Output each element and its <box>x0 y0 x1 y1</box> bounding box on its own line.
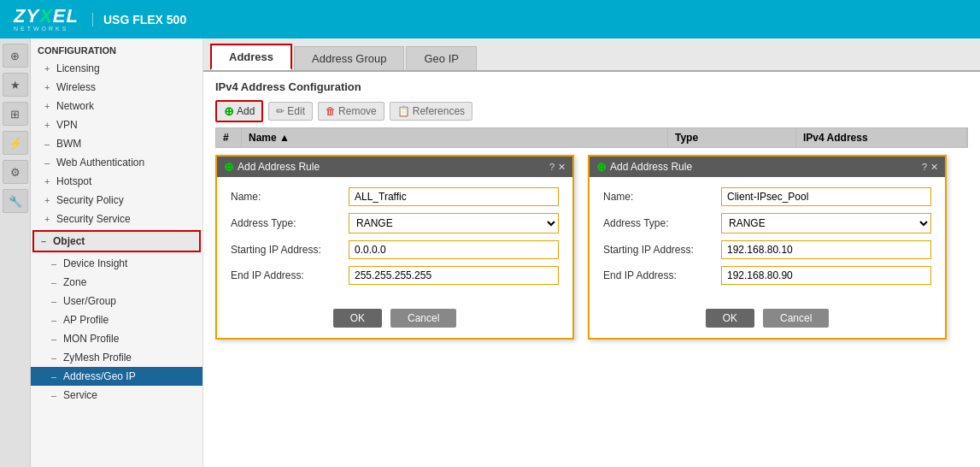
prefix: – <box>51 371 60 381</box>
tab-geo-ip[interactable]: Geo IP <box>406 46 476 70</box>
prefix: – <box>51 390 60 400</box>
sidebar-label: User/Group <box>63 295 116 307</box>
cancel-button-1[interactable]: Cancel <box>390 309 456 328</box>
sidebar-label: Security Service <box>56 213 131 225</box>
sidebar-label: Security Policy <box>56 194 124 206</box>
nav-icon-5[interactable]: ⚙ <box>3 160 28 184</box>
close-icon[interactable]: ✕ <box>558 162 566 173</box>
nav-column: CONFIGURATION + Licensing + Wireless + N… <box>31 38 202 467</box>
starting-ip-label-1: Starting IP Address: <box>231 244 342 256</box>
prefix: + <box>44 195 53 205</box>
sidebar-item-bwm[interactable]: – BWM <box>31 134 202 153</box>
address-type-select-1[interactable]: RANGE <box>349 213 559 234</box>
nav-icon-6[interactable]: 🔧 <box>3 189 28 213</box>
prefix: – <box>51 315 60 325</box>
prefix: + <box>44 176 53 186</box>
nav-icon-2[interactable]: ★ <box>3 73 28 97</box>
sidebar-item-ap-profile[interactable]: – AP Profile <box>31 310 202 329</box>
prefix: – <box>51 277 60 287</box>
sidebar-item-address-geo-ip[interactable]: – Address/Geo IP <box>31 367 202 386</box>
tab-address-group[interactable]: Address Group <box>294 46 404 70</box>
dialog-2-header: ⊕ Add Address Rule ? ✕ <box>590 157 945 177</box>
main-content: Address Address Group Geo IP IPv4 Addres… <box>203 38 980 467</box>
sidebar-item-hotspot[interactable]: + Hotspot <box>31 172 202 191</box>
sidebar-label: BWM <box>56 138 81 150</box>
references-button[interactable]: 📋 References <box>390 102 472 121</box>
sidebar-item-network[interactable]: + Network <box>31 97 202 115</box>
icon-column: ⊕ ★ ⊞ ⚡ ⚙ 🔧 <box>0 38 31 467</box>
end-ip-label-2: End IP Address: <box>603 269 714 281</box>
ok-button-2[interactable]: OK <box>706 309 754 328</box>
sidebar-item-object[interactable]: – Object <box>34 232 199 251</box>
sidebar-item-zone[interactable]: – Zone <box>31 273 202 292</box>
references-icon: 📋 <box>397 105 410 117</box>
edit-icon: ✏ <box>276 105 285 117</box>
cancel-button-2[interactable]: Cancel <box>763 309 829 328</box>
col-type: Type <box>668 128 796 147</box>
ok-button-1[interactable]: OK <box>333 309 382 328</box>
name-input-1[interactable] <box>349 187 559 206</box>
sidebar-label: Device Insight <box>63 257 127 269</box>
prefix: – <box>44 157 53 168</box>
starting-ip-row-2: Starting IP Address: <box>603 240 931 259</box>
nav-icon-1[interactable]: ⊕ <box>3 44 28 68</box>
sidebar-item-security-policy[interactable]: + Security Policy <box>31 191 202 210</box>
end-ip-input-1[interactable] <box>349 266 559 285</box>
remove-button[interactable]: 🗑 Remove <box>318 102 384 121</box>
address-type-row-2: Address Type: RANGE <box>603 213 931 234</box>
sidebar-item-user-group[interactable]: – User/Group <box>31 292 202 310</box>
sidebar-item-zymesh-profile[interactable]: – ZyMesh Profile <box>31 348 202 367</box>
dialog-1: ⊕ Add Address Rule ? ✕ Name: <box>215 155 574 340</box>
col-ipv4: IPv4 Address <box>796 128 967 147</box>
edit-button[interactable]: ✏ Edit <box>268 102 313 121</box>
close-icon-2[interactable]: ✕ <box>930 162 938 173</box>
dialog-1-header: ⊕ Add Address Rule ? ✕ <box>217 157 572 177</box>
add-button[interactable]: ⊕ Add <box>215 100 263 122</box>
prefix: – <box>41 236 50 246</box>
dialog-2-plus-icon: ⊕ <box>596 160 607 174</box>
dialog-plus-icon: ⊕ <box>224 160 234 174</box>
tab-address[interactable]: Address <box>210 44 292 70</box>
help-icon-2[interactable]: ? <box>922 162 927 173</box>
starting-ip-input-1[interactable] <box>349 240 559 259</box>
nav-icon-4[interactable]: ⚡ <box>3 131 28 155</box>
prefix: – <box>44 139 53 149</box>
dialog-2-body: Name: Address Type: RANGE Starting IP Ad… <box>590 177 945 302</box>
plus-icon: ⊕ <box>224 104 234 118</box>
end-ip-input-2[interactable] <box>721 266 931 285</box>
end-ip-label-1: End IP Address: <box>231 269 342 281</box>
address-type-row-1: Address Type: RANGE <box>231 213 559 234</box>
prefix: + <box>44 214 53 224</box>
sidebar-item-security-service[interactable]: + Security Service <box>31 210 202 228</box>
prefix: – <box>51 258 60 269</box>
sidebar-item-vpn[interactable]: + VPN <box>31 115 202 134</box>
section-title: IPv4 Address Configuration <box>215 80 968 93</box>
nav-icon-3[interactable]: ⊞ <box>3 102 28 126</box>
sidebar-item-mon-profile[interactable]: – MON Profile <box>31 329 202 348</box>
address-type-select-2[interactable]: RANGE <box>721 213 931 234</box>
zyxel-brand: ZYXEL <box>14 7 79 26</box>
dialog-2-header-left: ⊕ Add Address Rule <box>596 160 692 174</box>
zyxel-networks: NETWORKS <box>14 26 68 32</box>
remove-icon: 🗑 <box>326 105 336 117</box>
prefix: + <box>44 82 53 92</box>
references-label: References <box>413 105 465 117</box>
sidebar-label: AP Profile <box>63 314 109 326</box>
add-label: Add <box>237 105 255 117</box>
dialogs-row: ⊕ Add Address Rule ? ✕ Name: <box>215 155 968 340</box>
table-header: # Name ▲ Type IPv4 Address <box>215 127 968 148</box>
help-icon[interactable]: ? <box>549 162 555 173</box>
sidebar-label: Hotspot <box>56 175 91 187</box>
sidebar-item-wireless[interactable]: + Wireless <box>31 78 202 97</box>
sidebar-item-licensing[interactable]: + Licensing <box>31 59 202 78</box>
starting-ip-input-2[interactable] <box>721 240 931 259</box>
name-input-2[interactable] <box>721 187 931 206</box>
name-row-1: Name: <box>231 187 559 206</box>
sidebar-item-device-insight[interactable]: – Device Insight <box>31 254 202 273</box>
sidebar-item-service[interactable]: – Service <box>31 386 202 405</box>
logo-area: ZYXEL NETWORKS USG FLEX 500 <box>14 7 186 32</box>
prefix: + <box>44 120 53 130</box>
sidebar-item-web-auth[interactable]: – Web Authentication <box>31 153 202 172</box>
sidebar-label: Web Authentication <box>56 157 144 168</box>
dialog-1-footer: OK Cancel <box>217 302 572 338</box>
